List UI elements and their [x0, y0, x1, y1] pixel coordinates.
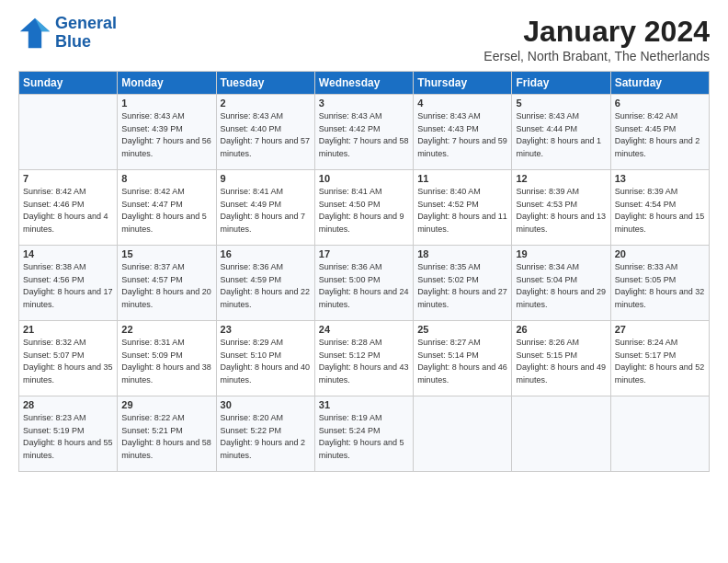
day-number: 31	[319, 399, 409, 410]
day-number: 8	[121, 173, 211, 184]
day-info: Sunrise: 8:28 AM Sunset: 5:12 PM Dayligh…	[319, 337, 409, 386]
day-number: 6	[615, 98, 705, 109]
day-cell	[414, 396, 512, 472]
day-info: Sunrise: 8:42 AM Sunset: 4:47 PM Dayligh…	[121, 186, 211, 236]
day-info: Sunrise: 8:36 AM Sunset: 5:00 PM Dayligh…	[319, 261, 409, 311]
day-number: 19	[516, 248, 606, 259]
day-number: 29	[121, 399, 211, 410]
calendar-table: SundayMondayTuesdayWednesdayThursdayFrid…	[18, 71, 710, 472]
day-info: Sunrise: 8:39 AM Sunset: 4:53 PM Dayligh…	[516, 186, 606, 236]
day-cell: 9Sunrise: 8:41 AM Sunset: 4:49 PM Daylig…	[216, 170, 314, 246]
header-cell-wednesday: Wednesday	[314, 72, 413, 95]
day-cell: 27Sunrise: 8:24 AM Sunset: 5:17 PM Dayli…	[610, 321, 709, 396]
day-number: 1	[121, 98, 211, 109]
day-cell: 19Sunrise: 8:34 AM Sunset: 5:04 PM Dayli…	[512, 246, 610, 321]
day-info: Sunrise: 8:26 AM Sunset: 5:15 PM Dayligh…	[516, 337, 606, 386]
day-cell: 10Sunrise: 8:41 AM Sunset: 4:50 PM Dayli…	[314, 170, 413, 246]
day-number: 26	[516, 324, 606, 335]
day-number: 27	[615, 324, 705, 335]
day-cell: 5Sunrise: 8:43 AM Sunset: 4:44 PM Daylig…	[512, 95, 610, 170]
header-cell-sunday: Sunday	[19, 72, 118, 95]
day-cell: 20Sunrise: 8:33 AM Sunset: 5:05 PM Dayli…	[610, 246, 709, 321]
page: General Blue January 2024 Eersel, North …	[0, 0, 728, 563]
month-title: January 2024	[483, 15, 710, 49]
day-cell: 23Sunrise: 8:29 AM Sunset: 5:10 PM Dayli…	[216, 321, 314, 396]
day-cell	[19, 95, 118, 170]
day-number: 15	[121, 248, 211, 259]
day-info: Sunrise: 8:41 AM Sunset: 4:50 PM Dayligh…	[319, 186, 409, 236]
logo-line2: Blue	[55, 32, 91, 51]
day-number: 25	[417, 324, 507, 335]
day-number: 22	[121, 324, 211, 335]
day-number: 24	[319, 324, 409, 335]
day-info: Sunrise: 8:27 AM Sunset: 5:14 PM Dayligh…	[417, 337, 507, 386]
day-cell: 26Sunrise: 8:26 AM Sunset: 5:15 PM Dayli…	[512, 321, 610, 396]
day-number: 14	[23, 248, 113, 259]
week-row-1: 7Sunrise: 8:42 AM Sunset: 4:46 PM Daylig…	[19, 170, 710, 246]
day-cell: 11Sunrise: 8:40 AM Sunset: 4:52 PM Dayli…	[414, 170, 512, 246]
day-cell: 28Sunrise: 8:23 AM Sunset: 5:19 PM Dayli…	[19, 396, 118, 472]
day-info: Sunrise: 8:43 AM Sunset: 4:39 PM Dayligh…	[121, 110, 211, 160]
day-cell: 14Sunrise: 8:38 AM Sunset: 4:56 PM Dayli…	[19, 246, 118, 321]
day-cell: 3Sunrise: 8:43 AM Sunset: 4:42 PM Daylig…	[314, 95, 413, 170]
day-info: Sunrise: 8:31 AM Sunset: 5:09 PM Dayligh…	[121, 337, 211, 386]
day-number: 17	[319, 248, 409, 259]
day-number: 7	[23, 173, 113, 184]
day-info: Sunrise: 8:43 AM Sunset: 4:40 PM Dayligh…	[221, 110, 311, 160]
day-number: 12	[516, 173, 606, 184]
day-info: Sunrise: 8:34 AM Sunset: 5:04 PM Dayligh…	[516, 261, 606, 311]
day-number: 11	[417, 173, 507, 184]
day-info: Sunrise: 8:42 AM Sunset: 4:45 PM Dayligh…	[615, 110, 705, 160]
day-number: 20	[615, 248, 705, 259]
day-info: Sunrise: 8:36 AM Sunset: 4:59 PM Dayligh…	[221, 261, 311, 311]
day-cell: 7Sunrise: 8:42 AM Sunset: 4:46 PM Daylig…	[19, 170, 118, 246]
day-number: 23	[221, 324, 311, 335]
day-cell: 6Sunrise: 8:42 AM Sunset: 4:45 PM Daylig…	[610, 95, 709, 170]
day-number: 21	[23, 324, 113, 335]
header-cell-monday: Monday	[118, 72, 216, 95]
day-cell: 30Sunrise: 8:20 AM Sunset: 5:22 PM Dayli…	[216, 396, 314, 472]
logo: General Blue	[18, 15, 117, 52]
header-row: SundayMondayTuesdayWednesdayThursdayFrid…	[19, 72, 710, 95]
header-cell-thursday: Thursday	[414, 72, 512, 95]
day-number: 9	[221, 173, 311, 184]
day-info: Sunrise: 8:33 AM Sunset: 5:05 PM Dayligh…	[615, 261, 705, 311]
day-cell: 4Sunrise: 8:43 AM Sunset: 4:43 PM Daylig…	[414, 95, 512, 170]
day-number: 3	[319, 98, 409, 109]
svg-marker-0	[20, 18, 50, 48]
day-number: 18	[417, 248, 507, 259]
day-number: 30	[221, 399, 311, 410]
day-info: Sunrise: 8:23 AM Sunset: 5:19 PM Dayligh…	[23, 412, 113, 462]
day-info: Sunrise: 8:39 AM Sunset: 4:54 PM Dayligh…	[615, 186, 705, 236]
day-cell: 1Sunrise: 8:43 AM Sunset: 4:39 PM Daylig…	[118, 95, 216, 170]
week-row-2: 14Sunrise: 8:38 AM Sunset: 4:56 PM Dayli…	[19, 246, 710, 321]
day-number: 10	[319, 173, 409, 184]
day-cell: 15Sunrise: 8:37 AM Sunset: 4:57 PM Dayli…	[118, 246, 216, 321]
logo-text: General Blue	[55, 15, 117, 52]
day-info: Sunrise: 8:40 AM Sunset: 4:52 PM Dayligh…	[417, 186, 507, 236]
day-cell: 24Sunrise: 8:28 AM Sunset: 5:12 PM Dayli…	[314, 321, 413, 396]
day-cell: 29Sunrise: 8:22 AM Sunset: 5:21 PM Dayli…	[118, 396, 216, 472]
day-number: 4	[417, 98, 507, 109]
day-info: Sunrise: 8:43 AM Sunset: 4:44 PM Dayligh…	[516, 110, 606, 160]
day-cell: 12Sunrise: 8:39 AM Sunset: 4:53 PM Dayli…	[512, 170, 610, 246]
day-cell: 25Sunrise: 8:27 AM Sunset: 5:14 PM Dayli…	[414, 321, 512, 396]
day-info: Sunrise: 8:43 AM Sunset: 4:42 PM Dayligh…	[319, 110, 409, 160]
day-cell	[512, 396, 610, 472]
day-info: Sunrise: 8:42 AM Sunset: 4:46 PM Dayligh…	[23, 186, 113, 236]
day-info: Sunrise: 8:22 AM Sunset: 5:21 PM Dayligh…	[121, 412, 211, 462]
day-info: Sunrise: 8:37 AM Sunset: 4:57 PM Dayligh…	[121, 261, 211, 311]
day-cell: 8Sunrise: 8:42 AM Sunset: 4:47 PM Daylig…	[118, 170, 216, 246]
day-number: 16	[221, 248, 311, 259]
day-number: 13	[615, 173, 705, 184]
title-block: January 2024 Eersel, North Brabant, The …	[483, 15, 710, 63]
day-cell: 2Sunrise: 8:43 AM Sunset: 4:40 PM Daylig…	[216, 95, 314, 170]
week-row-3: 21Sunrise: 8:32 AM Sunset: 5:07 PM Dayli…	[19, 321, 710, 396]
day-info: Sunrise: 8:43 AM Sunset: 4:43 PM Dayligh…	[417, 110, 507, 160]
header-cell-tuesday: Tuesday	[216, 72, 314, 95]
day-cell: 18Sunrise: 8:35 AM Sunset: 5:02 PM Dayli…	[414, 246, 512, 321]
day-number: 28	[23, 399, 113, 410]
day-number: 2	[221, 98, 311, 109]
header: General Blue January 2024 Eersel, North …	[18, 15, 710, 63]
day-cell: 31Sunrise: 8:19 AM Sunset: 5:24 PM Dayli…	[314, 396, 413, 472]
